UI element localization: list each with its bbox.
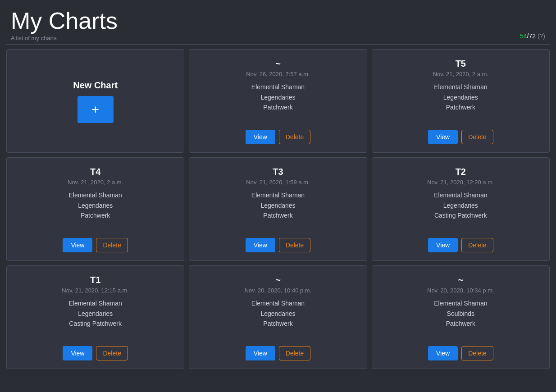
chart-tag: Elemental Shaman xyxy=(434,298,487,308)
view-button-chart-t2[interactable]: View xyxy=(428,238,458,252)
chart-tag: Legendaries xyxy=(260,309,295,319)
view-button-chart-tilde-2[interactable]: View xyxy=(246,346,275,360)
chart-card-chart-t5: T5Nov. 21, 2020, 2 a.m.Elemental ShamanL… xyxy=(372,49,550,153)
chart-tag: Elemental Shaman xyxy=(69,190,122,200)
chart-date-chart-t1: Nov. 21, 2020, 12:15 a.m. xyxy=(62,287,129,294)
page-subtitle: A list of my charts xyxy=(11,35,118,41)
view-button-chart-tilde-3[interactable]: View xyxy=(428,346,458,360)
chart-tag: Patchwerk xyxy=(263,210,292,220)
chart-name-chart-t5: T5 xyxy=(456,59,466,69)
chart-card-chart-t2: T2Nov. 21, 2020, 12:20 a.m.Elemental Sha… xyxy=(372,157,550,261)
chart-tag: Patchwerk xyxy=(446,102,475,112)
view-button-chart-tilde-1[interactable]: View xyxy=(246,130,275,144)
view-button-chart-t3[interactable]: View xyxy=(246,238,275,252)
card-actions-chart-tilde-1: ViewDelete xyxy=(246,130,311,144)
chart-tag: Casting Patchwerk xyxy=(434,210,487,220)
chart-tag: Patchwerk xyxy=(81,210,110,220)
chart-tag: Soulbinds xyxy=(447,309,475,319)
card-actions-chart-t2: ViewDelete xyxy=(428,238,493,252)
new-chart-title: New Chart xyxy=(73,80,118,91)
chart-tags-chart-t1: Elemental ShamanLegendariesCasting Patch… xyxy=(69,298,122,339)
chart-tag: Elemental Shaman xyxy=(251,298,305,308)
chart-tags-chart-t4: Elemental ShamanLegendariesPatchwerk xyxy=(69,190,122,231)
card-actions-chart-tilde-2: ViewDelete xyxy=(246,346,311,360)
new-chart-button[interactable]: + xyxy=(77,96,114,123)
chart-card-chart-t1: T1Nov. 21, 2020, 12:15 a.m.Elemental Sha… xyxy=(6,265,184,369)
chart-tag: Elemental Shaman xyxy=(69,298,122,308)
chart-tag: Elemental Shaman xyxy=(251,190,305,200)
chart-date-chart-t5: Nov. 21, 2020, 2 a.m. xyxy=(433,71,488,77)
view-button-chart-t4[interactable]: View xyxy=(63,238,92,252)
chart-name-chart-tilde-2: ~ xyxy=(275,275,281,285)
chart-tag: Elemental Shaman xyxy=(434,190,487,200)
chart-name-chart-t3: T3 xyxy=(273,167,283,177)
chart-tags-chart-tilde-2: Elemental ShamanLegendariesPatchwerk xyxy=(251,298,305,339)
chart-tag: Legendaries xyxy=(260,201,295,210)
delete-button-chart-tilde-3[interactable]: Delete xyxy=(461,346,493,360)
chart-tag: Casting Patchwerk xyxy=(69,319,122,328)
chart-card-chart-t3: T3Nov. 21, 2020, 1:59 a.m.Elemental Sham… xyxy=(189,157,367,261)
view-button-chart-t1[interactable]: View xyxy=(63,346,92,360)
chart-date-chart-tilde-3: Nov. 20, 2020, 10:34 p.m. xyxy=(427,287,494,294)
chart-name-chart-t4: T4 xyxy=(90,167,100,177)
new-chart-card: New Chart + xyxy=(6,49,184,153)
chart-tag: Legendaries xyxy=(443,201,478,210)
view-button-chart-t5[interactable]: View xyxy=(428,130,458,144)
counter-used: 54 xyxy=(520,32,527,40)
card-actions-chart-t4: ViewDelete xyxy=(63,238,128,252)
delete-button-chart-t2[interactable]: Delete xyxy=(461,238,493,252)
delete-button-chart-tilde-1[interactable]: Delete xyxy=(279,130,310,144)
delete-button-chart-t4[interactable]: Delete xyxy=(96,238,128,252)
chart-card-chart-tilde-1: ~Nov. 26, 2020, 7:57 a.m.Elemental Shama… xyxy=(189,49,367,153)
chart-tags-chart-tilde-1: Elemental ShamanLegendariesPatchwerk xyxy=(251,82,305,123)
chart-tags-chart-t3: Elemental ShamanLegendariesPatchwerk xyxy=(251,190,305,231)
chart-counter: 54/72 (?) xyxy=(520,32,545,41)
chart-tag: Legendaries xyxy=(443,92,478,102)
chart-date-chart-t4: Nov. 21, 2020, 2 a.m. xyxy=(68,179,123,186)
chart-date-chart-tilde-1: Nov. 26, 2020, 7:57 a.m. xyxy=(246,71,310,77)
card-actions-chart-tilde-3: ViewDelete xyxy=(428,346,493,360)
counter-help-button[interactable]: (?) xyxy=(538,32,545,40)
chart-tag: Patchwerk xyxy=(446,319,475,328)
chart-name-chart-t1: T1 xyxy=(90,275,100,285)
delete-button-chart-t1[interactable]: Delete xyxy=(96,346,128,360)
page-title: My Charts xyxy=(11,8,118,34)
delete-button-chart-tilde-2[interactable]: Delete xyxy=(279,346,310,360)
chart-tag: Legendaries xyxy=(78,201,113,210)
chart-name-chart-tilde-1: ~ xyxy=(275,59,281,69)
card-actions-chart-t1: ViewDelete xyxy=(63,346,128,360)
chart-tag: Elemental Shaman xyxy=(434,82,487,92)
chart-tag: Legendaries xyxy=(260,92,295,102)
charts-grid: New Chart + ~Nov. 26, 2020, 7:57 a.m.Ele… xyxy=(0,45,556,375)
chart-name-chart-t2: T2 xyxy=(456,167,466,177)
chart-tag: Elemental Shaman xyxy=(251,82,305,92)
page-header: My Charts A list of my charts 54/72 (?) xyxy=(0,0,556,44)
chart-tag: Patchwerk xyxy=(263,102,292,112)
chart-date-chart-tilde-2: Nov. 20, 2020, 10:40 p.m. xyxy=(245,287,312,294)
chart-name-chart-tilde-3: ~ xyxy=(458,275,463,285)
card-actions-chart-t3: ViewDelete xyxy=(246,238,311,252)
chart-tags-chart-t5: Elemental ShamanLegendariesPatchwerk xyxy=(434,82,487,123)
header-left: My Charts A list of my charts xyxy=(11,8,118,41)
chart-date-chart-t3: Nov. 21, 2020, 1:59 a.m. xyxy=(246,179,310,186)
chart-date-chart-t2: Nov. 21, 2020, 12:20 a.m. xyxy=(427,179,494,186)
card-actions-chart-t5: ViewDelete xyxy=(428,130,493,144)
chart-card-chart-tilde-2: ~Nov. 20, 2020, 10:40 p.m.Elemental Sham… xyxy=(189,265,367,369)
chart-tag: Patchwerk xyxy=(263,319,292,328)
delete-button-chart-t5[interactable]: Delete xyxy=(461,130,493,144)
counter-total: 72 xyxy=(529,32,536,40)
chart-tag: Legendaries xyxy=(78,309,113,319)
chart-card-chart-tilde-3: ~Nov. 20, 2020, 10:34 p.m.Elemental Sham… xyxy=(372,265,550,369)
chart-tags-chart-tilde-3: Elemental ShamanSoulbindsPatchwerk xyxy=(434,298,487,339)
chart-card-chart-t4: T4Nov. 21, 2020, 2 a.m.Elemental ShamanL… xyxy=(6,157,184,261)
delete-button-chart-t3[interactable]: Delete xyxy=(279,238,310,252)
chart-tags-chart-t2: Elemental ShamanLegendariesCasting Patch… xyxy=(434,190,487,231)
